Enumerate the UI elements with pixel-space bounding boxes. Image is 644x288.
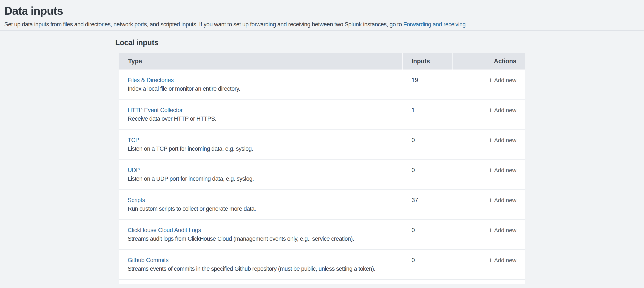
- table-row: TCP Listen on a TCP port for incoming da…: [119, 130, 525, 160]
- table-row: Files & Directories Index a local file o…: [119, 70, 525, 100]
- actions-cell: +Add new: [452, 219, 525, 249]
- table-row: Github Commits Streams events of commits…: [119, 249, 525, 279]
- plus-icon: +: [489, 166, 492, 174]
- table-row: Scripts Run custom scripts to collect or…: [119, 190, 525, 219]
- input-type-description: Streams audit logs from ClickHouse Cloud…: [128, 235, 402, 242]
- add-new-label: Add new: [494, 257, 516, 264]
- inputs-count: 0: [402, 160, 452, 189]
- actions-cell: +Add new: [452, 100, 525, 129]
- type-cell: HTTP Event Collector Receive data over H…: [119, 100, 402, 129]
- input-type-description: Listen on a UDP port for incoming data, …: [128, 175, 402, 182]
- add-new-button[interactable]: +Add new: [489, 107, 516, 114]
- input-type-link[interactable]: Scripts: [128, 196, 145, 204]
- type-cell: UDP Listen on a UDP port for incoming da…: [119, 160, 402, 189]
- page-subtitle-text: Set up data inputs from files and direct…: [4, 21, 403, 28]
- plus-icon: +: [489, 106, 492, 114]
- plus-icon: +: [489, 256, 492, 264]
- actions-cell: +Add new: [452, 70, 525, 99]
- add-new-label: Add new: [494, 77, 516, 84]
- local-inputs-table: Type Inputs Actions Files & Directories …: [119, 53, 525, 284]
- plus-icon: +: [489, 196, 492, 204]
- page-subtitle: Set up data inputs from files and direct…: [4, 21, 644, 28]
- add-new-label: Add new: [494, 197, 516, 204]
- table-row: ClickHouse Cloud Audit Logs Streams audi…: [119, 219, 525, 249]
- add-new-button[interactable]: +Add new: [489, 167, 516, 174]
- column-header-inputs: Inputs: [402, 53, 452, 70]
- add-new-button[interactable]: +Add new: [489, 257, 516, 264]
- input-type-description: Run custom scripts to collect or generat…: [128, 205, 402, 212]
- actions-cell: +Add new: [452, 249, 525, 279]
- actions-cell: +Add new: [452, 160, 525, 189]
- add-new-button[interactable]: +Add new: [489, 197, 516, 204]
- page-title: Data inputs: [4, 4, 644, 18]
- inputs-count: 0: [402, 219, 452, 249]
- inputs-count: 0: [402, 130, 452, 159]
- input-type-description: Streams events of commits in the specifi…: [128, 265, 402, 272]
- plus-icon: +: [489, 76, 492, 84]
- type-cell: Files & Directories Index a local file o…: [119, 70, 402, 99]
- actions-cell: +Add new: [452, 190, 525, 219]
- add-new-button[interactable]: +Add new: [489, 227, 516, 234]
- type-cell: Github Commits Streams events of commits…: [119, 249, 402, 279]
- table-row: HTTP Event Collector Receive data over H…: [119, 100, 525, 130]
- input-type-link[interactable]: Files & Directories: [128, 76, 174, 84]
- input-type-link[interactable]: UDP: [128, 166, 140, 174]
- input-type-description: Receive data over HTTP or HTTPS.: [128, 115, 402, 122]
- forwarding-and-receiving-link[interactable]: Forwarding and receiving: [403, 21, 466, 28]
- add-new-button[interactable]: +Add new: [489, 137, 516, 144]
- page-subtitle-period: .: [466, 21, 467, 28]
- add-new-label: Add new: [494, 227, 516, 234]
- table-row: UDP Listen on a UDP port for incoming da…: [119, 160, 525, 190]
- inputs-count: 19: [402, 70, 452, 99]
- input-type-description: Index a local file or monitor an entire …: [128, 85, 402, 92]
- plus-icon: +: [489, 226, 492, 234]
- add-new-label: Add new: [494, 137, 516, 144]
- input-type-link[interactable]: ClickHouse Cloud Audit Logs: [128, 226, 201, 234]
- local-inputs-heading: Local inputs: [115, 38, 644, 47]
- input-type-link[interactable]: TCP: [128, 136, 139, 144]
- table-body: Files & Directories Index a local file o…: [119, 70, 525, 279]
- actions-cell: +Add new: [452, 130, 525, 159]
- input-type-link[interactable]: Github Commits: [128, 256, 168, 264]
- type-cell: ClickHouse Cloud Audit Logs Streams audi…: [119, 219, 402, 249]
- inputs-count: 1: [402, 100, 452, 129]
- input-type-description: Listen on a TCP port for incoming data, …: [128, 145, 402, 152]
- column-header-actions: Actions: [452, 53, 525, 70]
- table-header-row: Type Inputs Actions: [119, 53, 525, 70]
- inputs-count: 0: [402, 249, 452, 279]
- input-type-link[interactable]: HTTP Event Collector: [128, 106, 183, 114]
- inputs-count: 37: [402, 190, 452, 219]
- plus-icon: +: [489, 136, 492, 144]
- type-cell: Scripts Run custom scripts to collect or…: [119, 190, 402, 219]
- type-cell: TCP Listen on a TCP port for incoming da…: [119, 130, 402, 159]
- add-new-label: Add new: [494, 167, 516, 174]
- page-header: Data inputs Set up data inputs from file…: [0, 0, 644, 31]
- add-new-label: Add new: [494, 107, 516, 114]
- add-new-button[interactable]: +Add new: [489, 77, 516, 84]
- column-header-type: Type: [119, 53, 402, 70]
- table-row-partial: [119, 279, 525, 284]
